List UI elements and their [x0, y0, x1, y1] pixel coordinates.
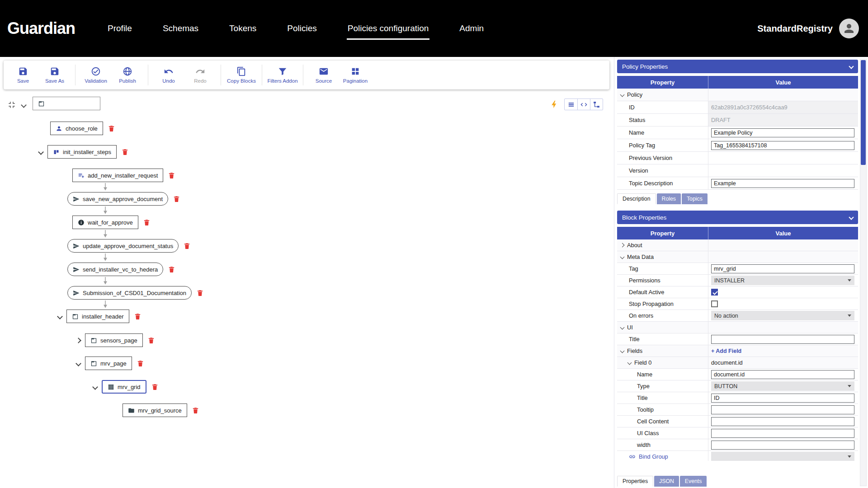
ui-title-input[interactable] [711, 335, 854, 344]
block-add_new_installer_request[interactable]: add_new_installer_request [72, 169, 163, 182]
group-row-field-0[interactable]: Field 0 document.id [617, 357, 858, 369]
chevron-down-icon[interactable] [21, 102, 27, 108]
pagination-button[interactable]: Pagination [340, 66, 371, 84]
tree-view-button[interactable] [590, 99, 603, 110]
delete-icon[interactable] [121, 148, 129, 156]
delete-icon[interactable] [108, 125, 115, 132]
topic-description-input[interactable] [711, 179, 854, 188]
tab-topics[interactable]: Topics [682, 193, 708, 204]
root-block-node[interactable] [33, 97, 100, 110]
block-wait_for_approve[interactable]: wait_for_approve [72, 216, 138, 229]
list-view-button[interactable] [565, 99, 577, 110]
validation-button[interactable]: Validation [80, 66, 112, 84]
on-errors-select[interactable]: No action [711, 311, 854, 320]
source-button[interactable]: Source [308, 66, 340, 84]
events-toggle-button[interactable] [549, 99, 560, 110]
block-sensors_page[interactable]: sensors_page [85, 333, 143, 347]
delete-icon[interactable] [192, 407, 199, 414]
delete-icon[interactable] [168, 172, 175, 179]
block-properties-table: About Meta Data Tag Permissions INSTALLE… [617, 239, 858, 461]
chevron-down-icon [620, 93, 625, 97]
avatar[interactable] [839, 19, 859, 38]
group-row-fields[interactable]: Fields + Add Field [617, 345, 858, 357]
property-row-on-errors: On errors No action [617, 310, 858, 322]
delete-icon[interactable] [137, 360, 144, 367]
stop-propagation-checkbox[interactable] [711, 300, 718, 307]
group-label: Field 0 [634, 359, 651, 366]
nav-item-schemas[interactable]: Schemas [162, 18, 199, 39]
code-view-button[interactable] [577, 99, 590, 110]
copy-blocks-button[interactable]: Copy Blocks [226, 66, 257, 84]
block-mrv_grid-selected[interactable]: mrv_grid [102, 380, 146, 394]
policy-tag-input[interactable] [711, 141, 854, 150]
default-active-checkbox[interactable] [711, 289, 718, 296]
field-cell-content-input[interactable] [711, 417, 854, 426]
delete-icon[interactable] [143, 219, 151, 226]
policy-name-input[interactable] [711, 128, 854, 137]
policy-group-row[interactable]: Policy [617, 89, 858, 101]
block-installer_header[interactable]: installer_header [66, 310, 129, 323]
delete-icon[interactable] [183, 242, 191, 250]
chevron-down-icon[interactable] [38, 149, 44, 155]
delete-icon[interactable] [173, 195, 180, 203]
nav-item-profile[interactable]: Profile [107, 18, 133, 39]
scrollbar-thumb[interactable] [861, 60, 866, 165]
block-send_installer_vc_to_hedera[interactable]: send_installer_vc_to_hedera [67, 263, 163, 276]
copy-blocks-label: Copy Blocks [227, 78, 256, 84]
tab-json[interactable]: JSON [654, 476, 679, 487]
field-name-input[interactable] [711, 370, 854, 379]
publish-button[interactable]: Publish [112, 66, 143, 84]
field-ui-class-input[interactable] [711, 429, 854, 438]
block-save_new_approve_document[interactable]: save_new_approve_document [67, 192, 168, 206]
block-update_approve_document_status[interactable]: update_approve_document_status [67, 239, 179, 253]
redo-button[interactable]: Redo [184, 66, 216, 84]
filters-addon-button[interactable]: Filters Addon [267, 66, 298, 84]
collapse-all-button[interactable] [6, 99, 17, 110]
nav-item-admin[interactable]: Admin [458, 18, 485, 39]
block-mrv_page[interactable]: mrv_page [85, 357, 132, 370]
block-table-header: Property Value [617, 227, 858, 239]
delete-icon[interactable] [147, 337, 155, 344]
chevron-down-icon[interactable] [92, 384, 98, 390]
nav-item-tokens[interactable]: Tokens [228, 18, 257, 39]
block-init_installer_steps[interactable]: init_installer_steps [47, 145, 117, 159]
field-type-select[interactable]: BUTTON [711, 381, 854, 391]
permissions-select[interactable]: INSTALLER [711, 276, 854, 285]
user-box[interactable]: StandardRegistry [757, 19, 859, 38]
bind-group-select[interactable] [711, 452, 854, 461]
block-mrv_grid_source[interactable]: mrv_grid_source [123, 404, 187, 417]
undo-button[interactable]: Undo [153, 66, 184, 84]
block-properties-header[interactable]: Block Properties [617, 211, 858, 224]
tab-roles[interactable]: Roles [657, 193, 681, 204]
redo-icon [195, 66, 205, 76]
nav-item-policies-configuration[interactable]: Policies configuration [347, 18, 430, 39]
tag-input[interactable] [711, 264, 854, 273]
chevron-right-icon[interactable] [75, 338, 81, 343]
group-row-meta-data[interactable]: Meta Data [617, 251, 858, 263]
delete-icon[interactable] [151, 383, 159, 391]
field-width-input[interactable] [711, 441, 854, 450]
undo-icon [164, 66, 174, 76]
save-as-button[interactable]: Save As [39, 66, 71, 84]
save-button[interactable]: Save [7, 66, 39, 84]
tab-properties[interactable]: Properties [617, 476, 653, 487]
block-choose_role[interactable]: choose_role [50, 122, 103, 135]
group-row-about[interactable]: About [617, 239, 858, 251]
property-row-title: Title [617, 333, 858, 345]
delete-icon[interactable] [168, 266, 175, 273]
block-Submission_of_CSD01_Documentation[interactable]: Submission_of_CSD01_Documentation [67, 286, 192, 300]
tree-node-add_new_installer_request: add_new_installer_request [72, 169, 175, 182]
delete-icon[interactable] [196, 289, 204, 297]
delete-icon[interactable] [134, 313, 142, 320]
group-row-ui[interactable]: UI [617, 322, 858, 333]
send-icon [73, 290, 80, 296]
nav-item-policies[interactable]: Policies [286, 18, 317, 39]
tab-description[interactable]: Description [617, 193, 656, 204]
field-tooltip-input[interactable] [711, 405, 854, 414]
add-field-link[interactable]: + Add Field [711, 348, 741, 354]
policy-properties-header[interactable]: Policy Properties [617, 60, 858, 73]
tab-events[interactable]: Events [680, 476, 707, 487]
chevron-down-icon[interactable] [57, 314, 63, 319]
chevron-down-icon[interactable] [75, 361, 81, 366]
field-title-input[interactable] [711, 394, 854, 403]
